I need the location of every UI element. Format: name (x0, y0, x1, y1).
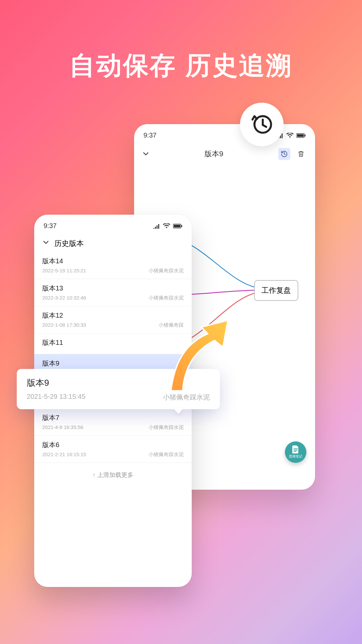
document-icon (292, 445, 299, 453)
version-name: 版本13 (42, 284, 184, 293)
version-item[interactable]: 版本72021-4-8 16:35:56小猪佩奇踩水泥 (34, 409, 192, 436)
svg-rect-2 (305, 135, 306, 137)
editor-title: 版本9 (204, 149, 223, 159)
status-time: 9:37 (44, 222, 57, 230)
history-icon (250, 113, 274, 136)
version-timestamp: 2022-5-19 11:25:21 (42, 268, 86, 273)
version-author: 小猪佩奇踩水泥 (148, 295, 184, 301)
back-button[interactable] (42, 239, 50, 248)
delete-button[interactable] (295, 148, 307, 160)
fab-label: 思维笔记 (289, 454, 302, 459)
svg-rect-5 (174, 225, 180, 227)
version-timestamp: 2022-3-22 10:32:46 (42, 295, 86, 301)
wifi-icon (286, 133, 294, 138)
status-time: 9:37 (143, 131, 157, 139)
notes-fab[interactable]: 思维笔记 (285, 441, 306, 463)
version-author: 小猪佩奇踩水泥 (148, 424, 184, 431)
version-name: 版本6 (42, 440, 184, 449)
version-timestamp: 2021-2-21 16:15:15 (42, 451, 86, 457)
version-timestamp: 2021-4-8 16:35:56 (42, 424, 83, 430)
battery-icon (296, 133, 306, 138)
version-author: 小猪佩奇踩水泥 (148, 451, 184, 458)
popup-author: 小猪佩奇踩水泥 (163, 393, 210, 402)
version-item[interactable]: 版本132022-3-22 10:32:46小猪佩奇踩水泥 (34, 279, 192, 306)
load-more-hint: 上滑加载更多 (34, 463, 192, 487)
collapse-button[interactable] (142, 150, 149, 158)
page-title: 自动保存 历史追溯 (0, 49, 362, 83)
popup-timestamp: 2021-5-29 13:15:45 (27, 393, 85, 402)
version-timestamp: 2022-1-08 17:30:33 (42, 322, 86, 328)
version-item[interactable]: 版本142022-5-19 11:25:21小猪佩奇踩水泥 (34, 252, 192, 279)
version-item[interactable]: 版本62021-2-21 16:15:15小猪佩奇踩水泥 (34, 436, 192, 463)
history-title: 历史版本 (54, 238, 84, 249)
status-bar: 9:37 (34, 215, 192, 232)
history-badge (240, 103, 284, 146)
history-button[interactable] (278, 148, 290, 160)
status-bar: 9:37 (134, 124, 315, 142)
wifi-icon (163, 223, 170, 229)
history-header: 历史版本 (34, 232, 192, 252)
signal-icon (153, 223, 160, 229)
svg-rect-1 (297, 134, 304, 137)
arrow-icon (161, 314, 235, 394)
version-name: 版本7 (42, 413, 184, 422)
version-author: 小猪佩奇踩水泥 (148, 268, 184, 274)
editor-header: 版本9 (134, 142, 315, 166)
battery-icon (173, 224, 182, 228)
svg-rect-6 (181, 225, 182, 227)
root-node[interactable]: 工作复盘 (254, 280, 298, 301)
version-name: 版本14 (42, 257, 184, 266)
